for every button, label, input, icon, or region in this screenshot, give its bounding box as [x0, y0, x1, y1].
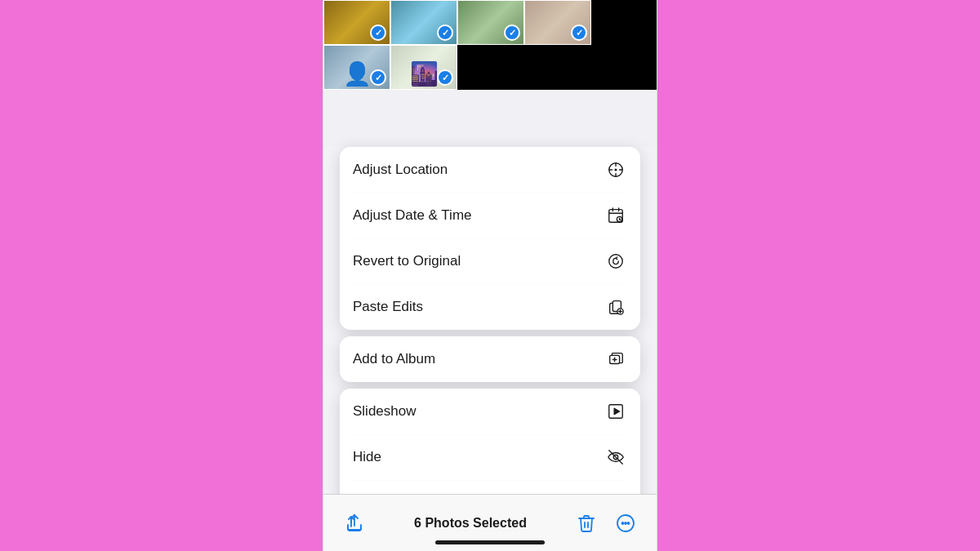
menu-item-paste-edits[interactable]: Paste Edits — [340, 284, 640, 330]
menu-item-adjust-location[interactable]: Adjust Location — [340, 147, 640, 193]
photo-thumb[interactable] — [323, 0, 390, 45]
menu-item-revert-original[interactable]: Revert to Original — [340, 238, 640, 284]
photo-thumb[interactable] — [524, 0, 591, 45]
phone-container: Adjust Location Adjust Date & Time — [323, 0, 657, 551]
check-badge — [437, 24, 453, 41]
delete-button[interactable] — [572, 509, 601, 538]
menu-item-label: Adjust Location — [353, 162, 448, 178]
home-indicator — [435, 540, 545, 544]
menu-item-slideshow[interactable]: Slideshow — [340, 389, 640, 434]
photo-thumb[interactable] — [390, 45, 457, 90]
menu-item-add-to-album[interactable]: Add to Album — [340, 336, 640, 382]
hide-icon — [604, 446, 627, 469]
menu-item-label: Adjust Date & Time — [353, 207, 472, 224]
play-icon — [604, 400, 627, 423]
photo-grid — [323, 0, 657, 90]
content-area: Adjust Location Adjust Date & Time — [323, 147, 657, 551]
paste-icon — [604, 295, 627, 318]
photo-thumb[interactable] — [457, 0, 524, 45]
revert-icon — [604, 250, 627, 273]
menu-item-hide[interactable]: Hide — [340, 434, 640, 480]
check-badge — [370, 24, 386, 41]
photos-selected-label: 6 Photos Selected — [414, 516, 527, 531]
menu-item-label: Add to Album — [353, 351, 435, 367]
check-badge — [370, 69, 386, 86]
check-badge — [504, 24, 520, 41]
photo-thumb[interactable] — [390, 0, 457, 45]
context-menu-group-2: Add to Album — [340, 336, 640, 382]
photo-thumb[interactable] — [323, 45, 390, 90]
check-badge — [571, 24, 587, 41]
menu-item-label: Slideshow — [353, 403, 416, 420]
svg-point-1 — [615, 169, 617, 171]
svg-point-13 — [609, 255, 623, 269]
check-badge — [437, 69, 453, 86]
menu-item-adjust-date-time[interactable]: Adjust Date & Time — [340, 193, 640, 238]
gray-spacer — [323, 90, 657, 147]
svg-point-34 — [627, 522, 629, 524]
share-button[interactable] — [340, 509, 369, 538]
album-icon — [604, 348, 627, 371]
svg-point-32 — [621, 522, 623, 524]
svg-marker-22 — [614, 408, 619, 414]
location-icon — [604, 158, 627, 181]
svg-point-33 — [625, 522, 626, 524]
menu-item-label: Paste Edits — [353, 299, 423, 315]
more-button[interactable] — [611, 509, 640, 538]
calendar-icon — [604, 204, 627, 227]
menu-item-label: Revert to Original — [353, 253, 461, 269]
menu-item-label: Hide — [353, 449, 381, 465]
context-menu-group-1: Adjust Location Adjust Date & Time — [340, 147, 640, 330]
